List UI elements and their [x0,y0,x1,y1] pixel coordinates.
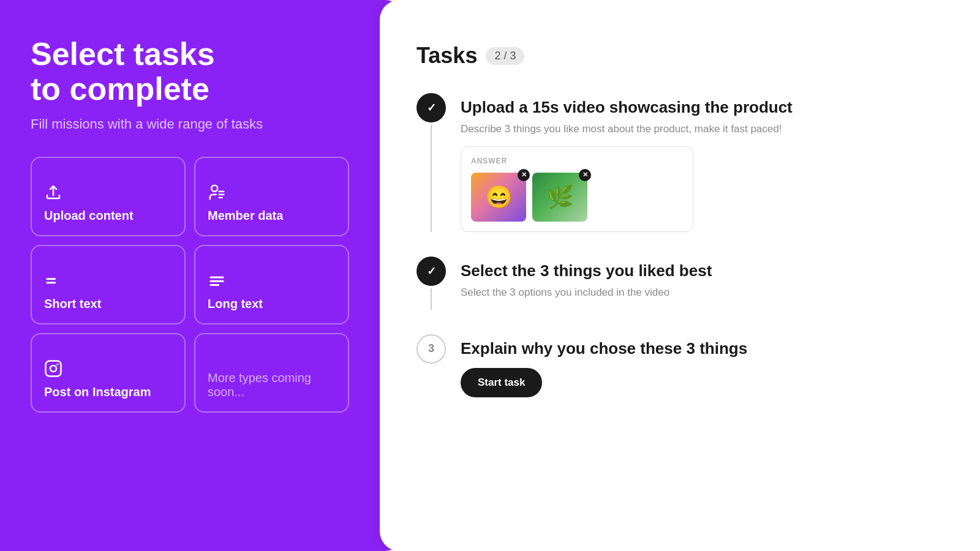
tasks-header: Tasks 2 / 3 [417,43,943,69]
task-desc-2: Select the 3 options you included in the… [461,285,943,300]
tasks-section-title: Tasks [417,43,477,69]
card-upload-content[interactable]: Upload content [31,157,186,236]
card-more-types: More types coming soon... [194,333,349,413]
step-circle-3: 3 [417,334,446,364]
svg-rect-9 [46,361,61,377]
task-item-2: ✓ Select the 3 things you liked best Sel… [417,257,943,334]
plant-placeholder: 🌿 [532,173,587,222]
task-content-1: Upload a 15s video showcasing the produc… [461,93,943,232]
card-label-long-text: Long text [208,297,336,311]
task-content-2: Select the 3 things you liked best Selec… [461,257,943,310]
answer-image-2: 🌿 [532,173,587,222]
task-list: ✓ Upload a 15s video showcasing the prod… [417,93,943,397]
instagram-icon [44,359,62,378]
card-label-upload: Upload content [44,209,172,223]
connector-2 [431,288,432,310]
person-placeholder: 😄 [471,173,526,222]
answer-image-1: 😄 [471,173,526,222]
step-circle-2: ✓ [417,257,446,286]
task-desc-1: Describe 3 things you like most about th… [461,122,943,137]
task-item-1: ✓ Upload a 15s video showcasing the prod… [417,93,943,257]
card-long-text[interactable]: Long text [194,245,349,324]
card-label-short-text: Short text [44,297,172,311]
task-item-left-2: ✓ [417,257,446,310]
task-heading-1: Upload a 15s video showcasing the produc… [461,98,943,117]
page-subtitle: Fill missions with a wide range of tasks [31,116,349,132]
member-icon [208,183,226,201]
connector-1 [431,125,432,232]
answer-images: 😄 ✕ 🌿 ✕ [471,173,683,222]
svg-point-10 [50,365,56,372]
remove-image-2-button[interactable]: ✕ [579,169,591,181]
task-item-3: 3 Explain why you chose these 3 things S… [417,334,943,397]
card-member-data[interactable]: Member data [194,157,349,236]
start-task-button[interactable]: Start task [461,368,542,397]
check-icon-1: ✓ [427,101,436,114]
task-item-left-1: ✓ [417,93,446,232]
card-label-instagram: Post on Instagram [44,385,172,399]
right-panel: Tasks 2 / 3 ✓ Upload a 15s video showcas… [380,0,980,551]
left-panel: Select tasksto complete Fill missions wi… [0,0,380,551]
answer-img-wrap-2: 🌿 ✕ [532,173,587,222]
answer-box: ANSWER 😄 ✕ 🌿 ✕ [461,146,693,232]
svg-point-0 [211,186,217,192]
short-text-icon [44,271,62,290]
check-icon-2: ✓ [427,264,436,278]
tasks-badge: 2 / 3 [486,47,524,65]
long-text-icon [208,271,226,290]
step-number-3: 3 [428,342,434,355]
step-circle-1: ✓ [417,93,446,122]
task-item-left-3: 3 [417,334,446,397]
remove-image-1-button[interactable]: ✕ [518,169,530,181]
answer-label: ANSWER [471,157,683,165]
task-heading-2: Select the 3 things you liked best [461,261,943,280]
card-instagram[interactable]: Post on Instagram [31,333,186,413]
page-title: Select tasksto complete [31,37,349,107]
svg-point-11 [56,364,58,365]
card-short-text[interactable]: Short text [31,245,186,324]
card-label-more: More types coming soon... [208,371,336,399]
task-card-grid: Upload content Member data Short text [31,157,349,413]
upload-icon [44,183,62,201]
answer-img-wrap-1: 😄 ✕ [471,173,526,222]
card-label-member: Member data [208,209,336,223]
task-content-3: Explain why you chose these 3 things Sta… [461,334,943,397]
task-heading-3: Explain why you chose these 3 things [461,339,943,358]
